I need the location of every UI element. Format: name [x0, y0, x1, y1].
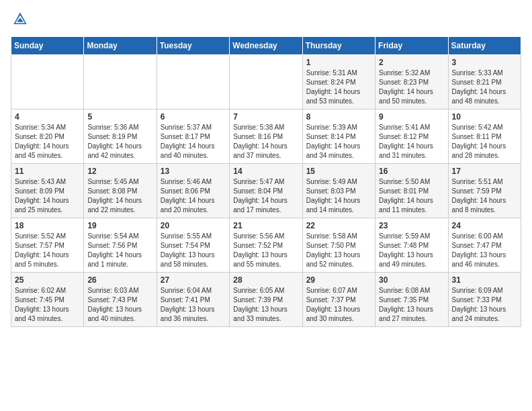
day-info: Sunrise: 5:50 AM Sunset: 8:01 PM Dayligh…: [379, 177, 444, 215]
column-header-wednesday: Wednesday: [230, 37, 302, 55]
calendar-cell: 11Sunrise: 5:43 AM Sunset: 8:09 PM Dayli…: [11, 164, 84, 218]
calendar-week-3: 11Sunrise: 5:43 AM Sunset: 8:09 PM Dayli…: [11, 164, 521, 218]
calendar-week-2: 4Sunrise: 5:34 AM Sunset: 8:20 PM Daylig…: [11, 109, 521, 164]
day-info: Sunrise: 5:36 AM Sunset: 8:19 PM Dayligh…: [87, 123, 152, 161]
calendar-cell: 15Sunrise: 5:49 AM Sunset: 8:03 PM Dayli…: [302, 164, 375, 218]
day-info: Sunrise: 6:07 AM Sunset: 7:37 PM Dayligh…: [306, 286, 371, 324]
column-header-monday: Monday: [84, 37, 157, 55]
day-number: 13: [161, 167, 226, 176]
day-info: Sunrise: 5:43 AM Sunset: 8:09 PM Dayligh…: [15, 177, 80, 215]
calendar-cell: 28Sunrise: 6:05 AM Sunset: 7:39 PM Dayli…: [230, 273, 302, 327]
logo-icon: [12, 11, 28, 27]
calendar-table: SundayMondayTuesdayWednesdayThursdayFrid…: [11, 36, 521, 327]
calendar-cell: 19Sunrise: 5:54 AM Sunset: 7:56 PM Dayli…: [84, 218, 157, 273]
day-number: 3: [452, 58, 517, 67]
day-info: Sunrise: 6:04 AM Sunset: 7:41 PM Dayligh…: [161, 286, 226, 324]
day-info: Sunrise: 5:34 AM Sunset: 8:20 PM Dayligh…: [15, 123, 80, 161]
calendar-header: SundayMondayTuesdayWednesdayThursdayFrid…: [11, 37, 521, 55]
day-info: Sunrise: 6:02 AM Sunset: 7:45 PM Dayligh…: [15, 286, 80, 324]
day-number: 26: [87, 275, 152, 285]
day-number: 30: [379, 275, 444, 285]
calendar-cell: 22Sunrise: 5:58 AM Sunset: 7:50 PM Dayli…: [302, 218, 375, 273]
day-number: 12: [87, 167, 152, 176]
day-number: 10: [452, 112, 517, 122]
header-row: SundayMondayTuesdayWednesdayThursdayFrid…: [11, 37, 521, 55]
calendar-cell: 8Sunrise: 5:39 AM Sunset: 8:14 PM Daylig…: [302, 109, 375, 164]
day-info: Sunrise: 6:09 AM Sunset: 7:33 PM Dayligh…: [452, 286, 517, 324]
calendar-cell: 26Sunrise: 6:03 AM Sunset: 7:43 PM Dayli…: [84, 273, 157, 327]
calendar-cell: 14Sunrise: 5:47 AM Sunset: 8:04 PM Dayli…: [230, 164, 302, 218]
day-number: 29: [306, 275, 371, 285]
calendar-cell: 6Sunrise: 5:37 AM Sunset: 8:17 PM Daylig…: [157, 109, 229, 164]
day-number: 28: [233, 275, 298, 285]
calendar-cell: 1Sunrise: 5:31 AM Sunset: 8:24 PM Daylig…: [302, 55, 375, 109]
day-number: 24: [452, 221, 517, 230]
day-info: Sunrise: 5:38 AM Sunset: 8:16 PM Dayligh…: [233, 123, 298, 161]
day-number: 31: [452, 275, 517, 285]
day-number: 22: [306, 221, 371, 230]
day-info: Sunrise: 5:32 AM Sunset: 8:23 PM Dayligh…: [379, 68, 444, 106]
calendar-week-5: 25Sunrise: 6:02 AM Sunset: 7:45 PM Dayli…: [11, 273, 521, 327]
calendar-cell: 3Sunrise: 5:33 AM Sunset: 8:21 PM Daylig…: [448, 55, 521, 109]
day-info: Sunrise: 5:51 AM Sunset: 7:59 PM Dayligh…: [452, 177, 517, 215]
calendar-cell: 9Sunrise: 5:41 AM Sunset: 8:12 PM Daylig…: [375, 109, 448, 164]
day-number: 2: [379, 58, 444, 67]
calendar-body: 1Sunrise: 5:31 AM Sunset: 8:24 PM Daylig…: [11, 55, 521, 327]
calendar-cell: [157, 55, 229, 109]
day-number: 18: [15, 221, 80, 230]
day-info: Sunrise: 5:37 AM Sunset: 8:17 PM Dayligh…: [161, 123, 226, 161]
calendar-cell: 12Sunrise: 5:45 AM Sunset: 8:08 PM Dayli…: [84, 164, 157, 218]
day-info: Sunrise: 6:03 AM Sunset: 7:43 PM Dayligh…: [87, 286, 152, 324]
calendar-cell: 16Sunrise: 5:50 AM Sunset: 8:01 PM Dayli…: [375, 164, 448, 218]
day-number: 4: [15, 112, 80, 122]
day-info: Sunrise: 5:49 AM Sunset: 8:03 PM Dayligh…: [306, 177, 371, 215]
day-number: 11: [15, 167, 80, 176]
day-info: Sunrise: 5:41 AM Sunset: 8:12 PM Dayligh…: [379, 123, 444, 161]
day-info: Sunrise: 5:52 AM Sunset: 7:57 PM Dayligh…: [15, 232, 80, 269]
day-number: 7: [233, 112, 298, 122]
day-number: 5: [87, 112, 152, 122]
calendar-cell: 24Sunrise: 6:00 AM Sunset: 7:47 PM Dayli…: [448, 218, 521, 273]
calendar-cell: 4Sunrise: 5:34 AM Sunset: 8:20 PM Daylig…: [11, 109, 84, 164]
calendar-cell: 18Sunrise: 5:52 AM Sunset: 7:57 PM Dayli…: [11, 218, 84, 273]
day-number: 8: [306, 112, 371, 122]
column-header-saturday: Saturday: [448, 37, 521, 55]
calendar-cell: [11, 55, 84, 109]
day-info: Sunrise: 5:59 AM Sunset: 7:48 PM Dayligh…: [379, 232, 444, 269]
calendar-cell: 25Sunrise: 6:02 AM Sunset: 7:45 PM Dayli…: [11, 273, 84, 327]
day-info: Sunrise: 5:33 AM Sunset: 8:21 PM Dayligh…: [452, 68, 517, 106]
column-header-thursday: Thursday: [302, 37, 375, 55]
calendar-cell: 2Sunrise: 5:32 AM Sunset: 8:23 PM Daylig…: [375, 55, 448, 109]
calendar-cell: 20Sunrise: 5:55 AM Sunset: 7:54 PM Dayli…: [157, 218, 229, 273]
calendar-cell: [230, 55, 302, 109]
day-number: 16: [379, 167, 444, 176]
calendar-cell: 30Sunrise: 6:08 AM Sunset: 7:35 PM Dayli…: [375, 273, 448, 327]
header: [11, 11, 521, 30]
day-number: 20: [161, 221, 226, 230]
day-number: 21: [233, 221, 298, 230]
column-header-sunday: Sunday: [11, 37, 84, 55]
day-number: 25: [15, 275, 80, 285]
day-info: Sunrise: 6:08 AM Sunset: 7:35 PM Dayligh…: [379, 286, 444, 324]
calendar-cell: 17Sunrise: 5:51 AM Sunset: 7:59 PM Dayli…: [448, 164, 521, 218]
day-info: Sunrise: 5:56 AM Sunset: 7:52 PM Dayligh…: [233, 232, 298, 269]
day-info: Sunrise: 5:55 AM Sunset: 7:54 PM Dayligh…: [161, 232, 226, 269]
day-info: Sunrise: 5:58 AM Sunset: 7:50 PM Dayligh…: [306, 232, 371, 269]
day-number: 9: [379, 112, 444, 122]
day-number: 17: [452, 167, 517, 176]
day-number: 15: [306, 167, 371, 176]
day-info: Sunrise: 6:00 AM Sunset: 7:47 PM Dayligh…: [452, 232, 517, 269]
day-number: 27: [161, 275, 226, 285]
day-info: Sunrise: 5:45 AM Sunset: 8:08 PM Dayligh…: [87, 177, 152, 215]
column-header-friday: Friday: [375, 37, 448, 55]
day-info: Sunrise: 5:31 AM Sunset: 8:24 PM Dayligh…: [306, 68, 371, 106]
day-info: Sunrise: 5:42 AM Sunset: 8:11 PM Dayligh…: [452, 123, 517, 161]
calendar-cell: 21Sunrise: 5:56 AM Sunset: 7:52 PM Dayli…: [230, 218, 302, 273]
calendar-cell: 29Sunrise: 6:07 AM Sunset: 7:37 PM Dayli…: [302, 273, 375, 327]
calendar-cell: 10Sunrise: 5:42 AM Sunset: 8:11 PM Dayli…: [448, 109, 521, 164]
day-number: 14: [233, 167, 298, 176]
calendar-cell: 23Sunrise: 5:59 AM Sunset: 7:48 PM Dayli…: [375, 218, 448, 273]
calendar-cell: 27Sunrise: 6:04 AM Sunset: 7:41 PM Dayli…: [157, 273, 229, 327]
day-info: Sunrise: 6:05 AM Sunset: 7:39 PM Dayligh…: [233, 286, 298, 324]
calendar-cell: 31Sunrise: 6:09 AM Sunset: 7:33 PM Dayli…: [448, 273, 521, 327]
